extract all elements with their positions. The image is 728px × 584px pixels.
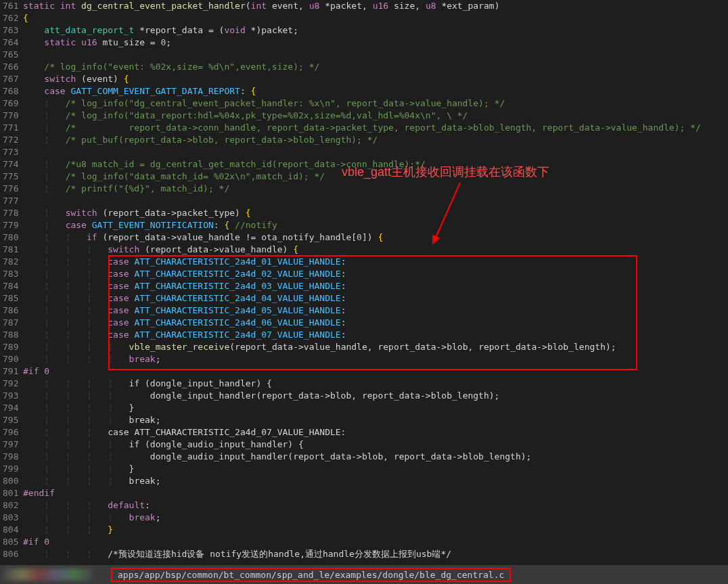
line-number: 797 <box>3 439 16 451</box>
code-line[interactable]: ¦ /* printf("{%d}", match_id); */ <box>23 183 728 195</box>
line-number: 766 <box>3 61 16 73</box>
code-line[interactable]: #if 0 <box>23 365 728 378</box>
line-number: 789 <box>3 341 16 353</box>
line-number: 761 <box>3 0 16 12</box>
code-line[interactable]: ¦ ¦ ¦ switch (report_data->value_handle)… <box>23 244 728 256</box>
line-number: 778 <box>3 207 16 219</box>
line-number: 806 <box>3 548 16 560</box>
code-line[interactable]: ¦ /* log_info("data_match_id= %02x\n",ma… <box>23 171 728 183</box>
code-line[interactable]: ¦ ¦ ¦ ¦ break; <box>23 353 728 365</box>
code-editor[interactable]: 7617627637647657667677687697707717727737… <box>0 0 728 565</box>
code-line[interactable]: switch (event) { <box>23 73 728 85</box>
line-number: 784 <box>3 280 16 292</box>
line-number: 791 <box>3 365 16 378</box>
line-number: 772 <box>3 134 16 146</box>
code-line[interactable]: #endif <box>23 487 728 499</box>
code-line[interactable]: ¦ ¦ ¦ ¦ break; <box>23 512 728 524</box>
line-number: 801 <box>3 487 16 499</box>
line-number: 793 <box>3 390 16 402</box>
code-line[interactable]: ¦ ¦ ¦ ¦ break; <box>23 475 728 487</box>
code-line[interactable] <box>23 49 728 61</box>
code-area[interactable]: static int dg_central_event_packet_handl… <box>22 0 728 565</box>
line-number: 804 <box>3 524 16 536</box>
line-number: 776 <box>3 183 16 195</box>
file-path-box: apps/app/bsp/common/bt_common/spp_and_le… <box>111 568 511 582</box>
code-line[interactable]: ¦ ¦ ¦ case ATT_CHARACTERISTIC_2a4d_07_VA… <box>23 329 728 341</box>
line-number: 782 <box>3 256 16 268</box>
code-line[interactable]: ¦ ¦ ¦ } <box>23 524 728 536</box>
code-line[interactable]: #if 0 <box>23 536 728 548</box>
code-line[interactable]: ¦ /* report_data->conn_handle, report_da… <box>23 122 728 134</box>
code-line[interactable]: /* log_info("event: %02x,size= %d\n",eve… <box>23 61 728 73</box>
line-number: 790 <box>3 353 16 365</box>
code-line[interactable]: ¦ case GATT_EVENT_NOTIFICATION: { //noti… <box>23 219 728 231</box>
code-line[interactable]: ¦ ¦ ¦ ¦ } <box>23 402 728 414</box>
code-line[interactable]: ¦ ¦ ¦ case ATT_CHARACTERISTIC_2a4d_03_VA… <box>23 280 728 292</box>
line-number: 794 <box>3 402 16 414</box>
code-line[interactable]: ¦ ¦ ¦ default: <box>23 499 728 512</box>
code-line[interactable]: static u16 mtu_size = 0; <box>23 37 728 49</box>
code-line[interactable]: ¦ ¦ ¦ ¦ vble_master_receive(report_data-… <box>23 341 728 353</box>
code-line[interactable]: ¦ ¦ ¦ ¦ if (dongle_input_handler) { <box>23 378 728 390</box>
code-line[interactable] <box>23 195 728 207</box>
code-line[interactable]: ¦ /* log_info("dg_central_event_packet_h… <box>23 97 728 110</box>
line-number: 764 <box>3 37 16 49</box>
code-line[interactable]: ¦ ¦ ¦ ¦ if (dongle_audio_input_handler) … <box>23 439 728 451</box>
line-number: 773 <box>3 146 16 158</box>
line-number: 802 <box>3 499 16 512</box>
code-line[interactable]: static int dg_central_event_packet_handl… <box>23 0 728 12</box>
line-number: 800 <box>3 475 16 487</box>
code-line[interactable]: ¦ ¦ ¦ case ATT_CHARACTERISTIC_2a4d_07_VA… <box>23 426 728 439</box>
line-number: 796 <box>3 426 16 439</box>
line-number: 780 <box>3 231 16 244</box>
code-line[interactable]: ¦ ¦ if (report_data->value_handle != ota… <box>23 231 728 244</box>
code-line[interactable] <box>23 146 728 158</box>
line-number: 787 <box>3 317 16 329</box>
code-line[interactable]: ¦ ¦ ¦ ¦ dongle_audio_input_handler(repor… <box>23 451 728 463</box>
file-path-text: apps/app/bsp/common/bt_common/spp_and_le… <box>118 570 504 580</box>
line-number: 763 <box>3 24 16 37</box>
line-number: 805 <box>3 536 16 548</box>
line-number: 768 <box>3 85 16 97</box>
code-line[interactable]: ¦ ¦ ¦ case ATT_CHARACTERISTIC_2a4d_04_VA… <box>23 292 728 305</box>
line-number: 767 <box>3 73 16 85</box>
code-line[interactable]: ¦ ¦ ¦ ¦ } <box>23 463 728 475</box>
code-line[interactable]: ¦ ¦ ¦ /*预设知道连接hid设备 notify发送的handle,通过ha… <box>23 548 728 560</box>
code-line[interactable]: ¦ /* put_buf(report_data->blob, report_d… <box>23 134 728 146</box>
line-number: 777 <box>3 195 16 207</box>
line-number: 770 <box>3 110 16 122</box>
code-line[interactable]: ¦ ¦ ¦ case ATT_CHARACTERISTIC_2a4d_05_VA… <box>23 305 728 317</box>
line-number: 792 <box>3 378 16 390</box>
code-line[interactable]: ¦ switch (report_data->packet_type) { <box>23 207 728 219</box>
line-number: 803 <box>3 512 16 524</box>
code-line[interactable]: ¦ ¦ ¦ ¦ dongle_input_handler(report_data… <box>23 390 728 402</box>
code-line[interactable]: case GATT_COMM_EVENT_GATT_DATA_REPORT: { <box>23 85 728 97</box>
line-number: 783 <box>3 268 16 280</box>
code-line[interactable]: { <box>23 12 728 24</box>
code-line[interactable]: ¦ ¦ ¦ ¦ break; <box>23 414 728 426</box>
line-number: 771 <box>3 122 16 134</box>
line-number: 795 <box>3 414 16 426</box>
code-line[interactable]: ¦ ¦ ¦ case ATT_CHARACTERISTIC_2a4d_01_VA… <box>23 256 728 268</box>
status-bar: apps/app/bsp/common/bt_common/spp_and_le… <box>0 565 728 584</box>
code-line[interactable]: ¦ /* log_info("data_report:hdl=%04x,pk_t… <box>23 110 728 122</box>
line-number: 781 <box>3 244 16 256</box>
line-number: 775 <box>3 171 16 183</box>
line-number: 769 <box>3 97 16 110</box>
line-number-gutter: 7617627637647657667677687697707717727737… <box>0 0 22 565</box>
line-number: 765 <box>3 49 16 61</box>
line-number: 785 <box>3 292 16 305</box>
code-line[interactable]: ¦ ¦ ¦ case ATT_CHARACTERISTIC_2a4d_02_VA… <box>23 268 728 280</box>
line-number: 774 <box>3 158 16 171</box>
line-number: 762 <box>3 12 16 24</box>
code-line[interactable]: att_data_report_t *report_data = (void *… <box>23 24 728 37</box>
code-line[interactable]: ¦ ¦ ¦ case ATT_CHARACTERISTIC_2a4d_06_VA… <box>23 317 728 329</box>
line-number: 799 <box>3 463 16 475</box>
line-number: 786 <box>3 305 16 317</box>
line-number: 779 <box>3 219 16 231</box>
line-number: 798 <box>3 451 16 463</box>
line-number: 788 <box>3 329 16 341</box>
statusbar-blur-region <box>4 568 92 581</box>
code-line[interactable]: ¦ /*u8 match_id = dg_central_get_match_i… <box>23 158 728 171</box>
